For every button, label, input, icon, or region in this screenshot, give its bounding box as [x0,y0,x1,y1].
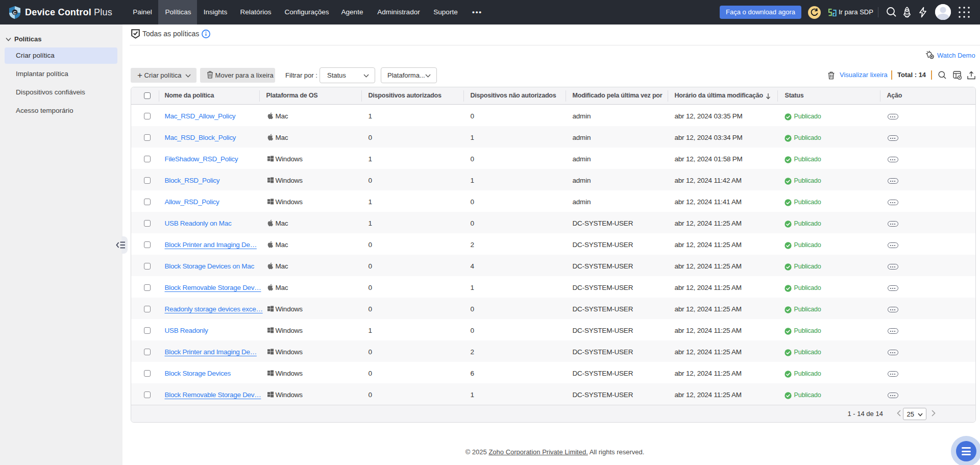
svg-text:C: C [13,10,17,15]
